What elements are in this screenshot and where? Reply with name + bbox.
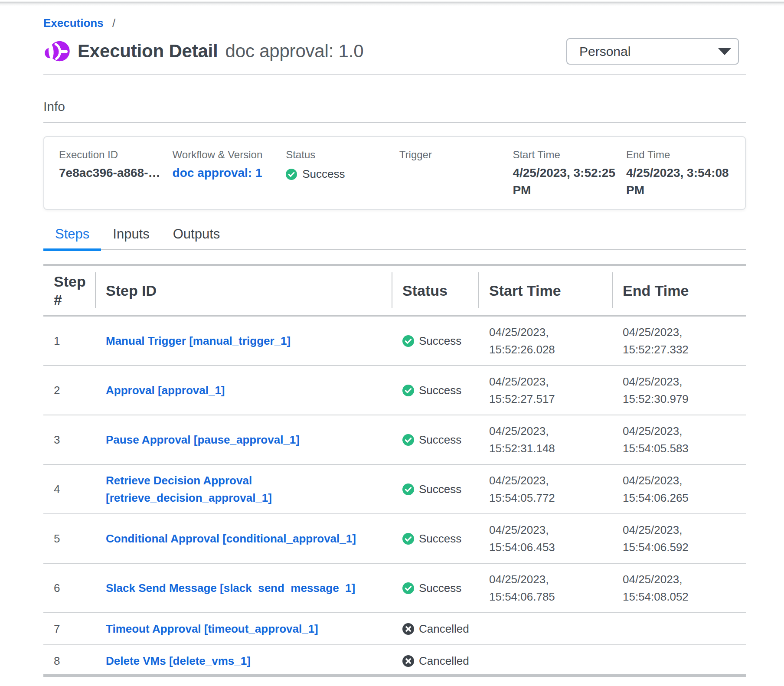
start-time-cell (479, 645, 612, 676)
tabs: Steps Inputs Outputs (43, 225, 746, 250)
table-row: 1 Manual Trigger [manual_trigger_1] Succ… (43, 316, 746, 366)
info-field-start-time: Start Time 4/25/2023, 3:52:25 PM (513, 148, 626, 209)
table-row: 8 Delete VMs [delete_vms_1] Cancelled (43, 645, 746, 676)
tab-outputs[interactable]: Outputs (161, 225, 232, 249)
success-icon (402, 335, 414, 347)
column-header-start-time: Start Time (479, 265, 612, 316)
success-icon (402, 434, 414, 446)
info-heading: Info (43, 98, 746, 115)
step-number-cell: 4 (43, 464, 95, 514)
status-cell: Cancelled (392, 613, 479, 645)
breadcrumb: Executions / (43, 14, 746, 32)
end-time-cell: 04/25/2023, 15:54:05.583 (612, 415, 746, 464)
info-field-label: Execution ID (59, 148, 164, 162)
info-divider (43, 122, 746, 123)
table-row: 2 Approval [approval_1] Success 04/25/20… (43, 366, 746, 415)
step-id-cell: Timeout Approval [timeout_approval_1] (95, 613, 392, 645)
info-field-status: Status Success (286, 148, 399, 209)
end-time-cell (612, 645, 746, 676)
workflow-app-icon (43, 41, 70, 65)
step-number-cell: 8 (43, 645, 95, 676)
step-id-cell: Manual Trigger [manual_trigger_1] (95, 316, 392, 366)
step-number-cell: 3 (43, 415, 95, 464)
step-id-cell: Retrieve Decision Approval [retrieve_dec… (95, 464, 392, 514)
start-time-cell: 04/25/2023, 15:54:06.453 (479, 514, 612, 563)
status-cell: Success (392, 464, 479, 514)
step-link[interactable]: Slack Send Message [slack_send_message_1… (106, 581, 355, 595)
success-icon (402, 483, 414, 495)
column-header-status: Status (392, 265, 479, 316)
table-row: 7 Timeout Approval [timeout_approval_1] … (43, 613, 746, 645)
step-link[interactable]: Manual Trigger [manual_trigger_1] (106, 334, 291, 347)
column-header-step-id: Step ID (95, 265, 392, 316)
status-label: Success (302, 167, 345, 181)
cancelled-icon (402, 655, 414, 667)
status-cell: Success (392, 366, 479, 415)
info-field-trigger: Trigger (399, 148, 513, 209)
start-time-cell: 04/25/2023, 15:52:26.028 (479, 316, 612, 366)
scope-dropdown-value: Personal (579, 44, 718, 59)
status-label: Success (419, 431, 461, 448)
breadcrumb-separator: / (112, 16, 115, 29)
info-field-value: 4/25/2023, 3:52:25 PM (513, 164, 617, 199)
step-number-cell: 1 (43, 316, 95, 366)
status-label: Cancelled (419, 620, 469, 637)
status-label: Cancelled (419, 652, 469, 670)
end-time-cell: 04/25/2023, 15:52:30.979 (612, 366, 746, 415)
status-label: Success (419, 332, 461, 350)
step-id-cell: Slack Send Message [slack_send_message_1… (95, 563, 392, 613)
step-id-cell: Delete VMs [delete_vms_1] (95, 645, 392, 676)
tab-steps[interactable]: Steps (43, 225, 101, 249)
info-field-value: 4/25/2023, 3:54:08 PM (626, 164, 731, 199)
info-field-status: Success (286, 167, 391, 181)
success-icon (402, 582, 414, 594)
page-subtitle: doc approval: 1.0 (225, 41, 364, 62)
execution-detail-page: Executions / Execution Detail doc approv… (0, 0, 784, 677)
start-time-cell: 04/25/2023, 15:52:27.517 (479, 366, 612, 415)
status-label: Success (419, 530, 461, 547)
end-time-cell: 04/25/2023, 15:54:08.052 (612, 563, 746, 613)
info-field-execution-id: Execution ID 7e8ac396-a868-… (59, 148, 173, 209)
column-header-step-num: Step # (43, 265, 95, 316)
status-cell: Success (392, 415, 479, 464)
end-time-cell: 04/25/2023, 15:54:06.265 (612, 464, 746, 514)
scope-dropdown[interactable]: Personal (566, 38, 739, 65)
info-field-label: End Time (626, 148, 731, 162)
info-field-label: Workflow & Version (173, 148, 278, 162)
breadcrumb-link-executions[interactable]: Executions (43, 16, 104, 29)
step-id-cell: Approval [approval_1] (95, 366, 392, 415)
step-link[interactable]: Conditional Approval [conditional_approv… (106, 532, 356, 545)
table-row: 6 Slack Send Message [slack_send_message… (43, 563, 746, 613)
chevron-down-icon (718, 48, 731, 55)
column-header-end-time: End Time (612, 265, 746, 316)
status-label: Success (419, 382, 461, 399)
steps-table: Step # Step ID Status Start Time End Tim… (43, 264, 746, 677)
step-number-cell: 7 (43, 613, 95, 645)
info-field-workflow-version: Workflow & Version doc approval: 1 (173, 148, 286, 209)
step-id-cell: Pause Approval [pause_approval_1] (95, 415, 392, 464)
success-icon (402, 385, 414, 396)
start-time-cell (479, 613, 612, 645)
step-link[interactable]: Delete VMs [delete_vms_1] (106, 654, 251, 667)
status-cell: Success (392, 514, 479, 563)
step-link[interactable]: Timeout Approval [timeout_approval_1] (106, 622, 318, 635)
workflow-version-link[interactable]: doc approval: 1 (173, 164, 278, 182)
status-label: Success (419, 480, 461, 498)
step-link[interactable]: Pause Approval [pause_approval_1] (106, 433, 300, 446)
start-time-cell: 04/25/2023, 15:54:05.772 (479, 464, 612, 514)
step-link[interactable]: Approval [approval_1] (106, 384, 225, 397)
status-label: Success (419, 579, 461, 597)
start-time-cell: 04/25/2023, 15:52:31.148 (479, 415, 612, 464)
step-link[interactable]: Retrieve Decision Approval [retrieve_dec… (106, 474, 272, 504)
status-cell: Success (392, 563, 479, 613)
info-field-label: Start Time (513, 148, 617, 162)
cancelled-icon (402, 623, 414, 635)
tab-inputs[interactable]: Inputs (101, 225, 161, 249)
success-icon (286, 169, 297, 180)
info-field-value: 7e8ac396-a868-… (59, 164, 164, 182)
table-row: 4 Retrieve Decision Approval [retrieve_d… (43, 464, 746, 514)
step-number-cell: 5 (43, 514, 95, 563)
page-title: Execution Detail (78, 41, 218, 62)
table-header-row: Step # Step ID Status Start Time End Tim… (43, 265, 746, 316)
table-row: 5 Conditional Approval [conditional_appr… (43, 514, 746, 563)
